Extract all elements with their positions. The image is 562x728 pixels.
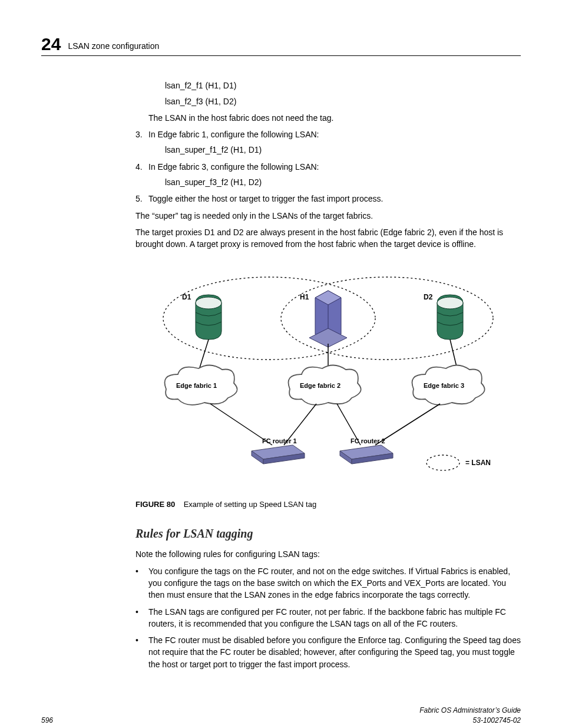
page-number: 596 xyxy=(41,716,53,726)
code-line: lsan_super_f1_f2 (H1, D1) xyxy=(165,144,521,156)
figure-caption-text: Example of setting up Speed LSAN tag xyxy=(184,500,316,509)
page-footer: 596 Fabric OS Administrator’s Guide 53-1… xyxy=(41,706,521,726)
paragraph: The target proxies D1 and D2 are always … xyxy=(135,226,521,251)
chapter-number: 24 xyxy=(41,35,61,53)
label-h1: H1 xyxy=(300,293,309,301)
svg-point-7 xyxy=(437,297,463,309)
label-edge2: Edge fabric 2 xyxy=(300,382,340,389)
paragraph: Note the following rules for configuring… xyxy=(135,548,521,560)
step-3: 3. In Edge fabric 1, configure the follo… xyxy=(135,129,521,140)
bullet-icon: • xyxy=(135,565,148,601)
label-fc2: FC router 2 xyxy=(351,437,385,444)
step-text: In Edge fabric 3, configure the followin… xyxy=(148,161,521,173)
page-content: lsan_f2_f1 (H1, D1) lsan_f2_f3 (H1, D2) … xyxy=(135,80,521,670)
label-lsan-legend: = LSAN xyxy=(465,459,491,467)
step-number: 5. xyxy=(135,193,148,205)
label-edge1: Edge fabric 1 xyxy=(176,382,217,389)
page-header: 24 LSAN zone configuration xyxy=(41,35,521,56)
bullet-text: You configure the tags on the FC router,… xyxy=(148,565,521,601)
svg-point-21 xyxy=(427,455,459,470)
step-number: 4. xyxy=(135,161,148,173)
bullet-item: • The LSAN tags are configured per FC ro… xyxy=(135,606,521,630)
bullet-item: • You configure the tags on the FC route… xyxy=(135,565,521,601)
step-text: Toggle either the host or target to trig… xyxy=(148,193,521,205)
bullet-icon: • xyxy=(135,634,148,670)
header-title: LSAN zone configuration xyxy=(68,40,159,52)
label-edge3: Edge fabric 3 xyxy=(424,382,464,389)
svg-point-0 xyxy=(163,277,375,360)
step-4: 4. In Edge fabric 3, configure the follo… xyxy=(135,161,521,173)
label-d2: D2 xyxy=(424,293,433,301)
step-text: In Edge fabric 1, configure the followin… xyxy=(148,129,521,140)
bullet-icon: • xyxy=(135,606,148,630)
label-d1: D1 xyxy=(182,293,191,301)
code-line: lsan_super_f3_f2 (H1, D2) xyxy=(165,176,521,188)
bullet-text: The LSAN tags are configured per FC rout… xyxy=(148,606,521,630)
doc-number: 53-1002745-02 xyxy=(419,716,521,726)
svg-point-2 xyxy=(196,297,222,309)
code-line: lsan_f2_f1 (H1, D1) xyxy=(165,80,521,91)
paragraph: The “super” tag is needed only in the LS… xyxy=(135,210,521,222)
bullet-text: The FC router must be disabled before yo… xyxy=(148,634,521,670)
step-number: 3. xyxy=(135,129,148,140)
label-fc1: FC router 1 xyxy=(262,437,297,444)
step-5: 5. Toggle either the host or target to t… xyxy=(135,193,521,205)
lsan-diagram-svg: D1 H1 D2 xyxy=(146,268,511,492)
heading-rules: Rules for LSAN tagging xyxy=(135,525,521,542)
doc-title: Fabric OS Administrator’s Guide xyxy=(419,706,521,716)
paragraph: The LSAN in the host fabric does not nee… xyxy=(148,112,521,124)
figure-label: FIGURE 80 xyxy=(135,500,175,509)
figure-diagram: D1 H1 D2 xyxy=(135,268,521,492)
figure-caption: FIGURE 80 Example of setting up Speed LS… xyxy=(135,499,521,510)
code-line: lsan_f2_f3 (H1, D2) xyxy=(165,95,521,107)
bullet-item: • The FC router must be disabled before … xyxy=(135,634,521,670)
